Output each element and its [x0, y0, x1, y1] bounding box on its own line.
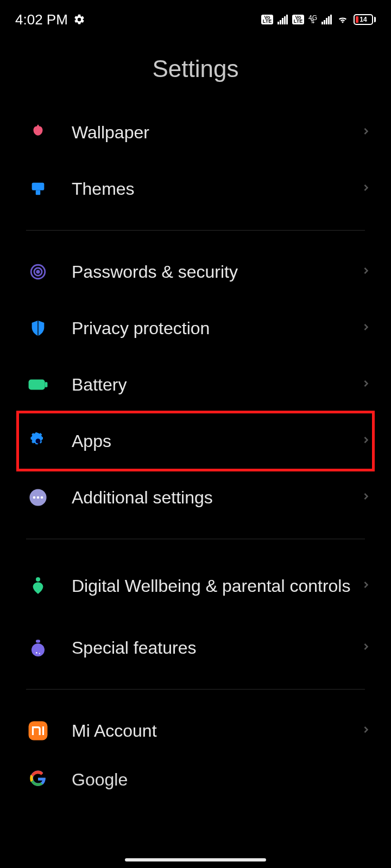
- more-icon: [26, 486, 50, 509]
- chevron-right-icon: [361, 126, 371, 139]
- chevron-right-icon: [361, 322, 371, 335]
- status-bar: 4:02 PM VoLTE VoLTE 4G ⇅ 14: [0, 0, 391, 39]
- svg-rect-13: [36, 640, 40, 642]
- wellbeing-icon: [26, 574, 50, 598]
- chevron-right-icon: [361, 435, 371, 448]
- svg-rect-6: [45, 382, 48, 387]
- row-label: Digital Wellbeing & parental controls: [72, 575, 361, 597]
- page-header: Settings: [0, 39, 391, 104]
- row-label: Passwords & security: [72, 261, 361, 283]
- row-wallpaper[interactable]: Wallpaper: [0, 104, 391, 161]
- mi-logo-icon: [26, 719, 50, 743]
- wallpaper-icon: [26, 120, 50, 144]
- wifi-icon: [336, 14, 349, 25]
- row-battery[interactable]: Battery: [0, 356, 391, 413]
- settings-list: Wallpaper Themes Passwords & security Pr…: [0, 104, 391, 792]
- svg-point-7: [36, 439, 41, 444]
- row-google[interactable]: Google: [0, 759, 391, 792]
- signal-sim2-icon: [321, 15, 332, 24]
- home-indicator[interactable]: [125, 858, 266, 861]
- chevron-right-icon: [361, 641, 371, 654]
- volte-sim1-icon: VoLTE: [261, 15, 273, 24]
- row-digital-wellbeing[interactable]: Digital Wellbeing & parental controls: [0, 552, 391, 620]
- svg-point-12: [36, 577, 40, 582]
- svg-point-4: [37, 271, 39, 273]
- row-label: Themes: [72, 178, 361, 200]
- battery-icon: 14: [354, 14, 376, 25]
- row-passwords-security[interactable]: Passwords & security: [0, 244, 391, 300]
- svg-point-16: [39, 653, 40, 654]
- row-privacy-protection[interactable]: Privacy protection: [0, 300, 391, 356]
- volte-sim2-icon: VoLTE: [292, 15, 304, 24]
- fingerprint-icon: [26, 260, 50, 284]
- divider: [26, 689, 365, 690]
- row-apps[interactable]: Apps: [0, 413, 391, 469]
- row-label: Additional settings: [72, 487, 361, 508]
- svg-rect-17: [29, 722, 48, 741]
- row-label: Battery: [72, 374, 361, 395]
- row-label: Apps: [72, 430, 361, 452]
- page-title: Settings: [0, 55, 391, 82]
- row-label: Mi Account: [72, 720, 361, 742]
- svg-point-10: [37, 496, 40, 499]
- chevron-right-icon: [361, 182, 371, 195]
- signal-sim1-icon: [278, 15, 288, 24]
- chevron-right-icon: [361, 378, 371, 391]
- row-label: Privacy protection: [72, 317, 361, 339]
- svg-point-15: [36, 652, 37, 654]
- divider: [26, 539, 365, 539]
- svg-point-11: [41, 496, 43, 499]
- svg-point-14: [31, 643, 45, 656]
- svg-point-9: [33, 496, 36, 499]
- chevron-right-icon: [361, 579, 371, 592]
- row-themes[interactable]: Themes: [0, 161, 391, 217]
- row-label: Special features: [72, 637, 361, 659]
- row-special-features[interactable]: Special features: [0, 620, 391, 676]
- themes-icon: [26, 177, 50, 201]
- svg-rect-0: [32, 183, 45, 190]
- row-additional-settings[interactable]: Additional settings: [0, 469, 391, 526]
- battery-icon: [26, 373, 50, 397]
- status-time: 4:02 PM: [15, 11, 68, 28]
- chevron-right-icon: [361, 491, 371, 504]
- chevron-right-icon: [361, 265, 371, 278]
- settings-sync-icon: [73, 14, 85, 25]
- row-label: Wallpaper: [72, 122, 361, 143]
- svg-rect-5: [29, 380, 45, 390]
- row-label: Google: [72, 769, 378, 790]
- row-mi-account[interactable]: Mi Account: [0, 703, 391, 759]
- network-type-icon: 4G ⇅: [308, 15, 317, 24]
- svg-rect-1: [36, 190, 41, 195]
- divider: [26, 230, 365, 231]
- chevron-right-icon: [361, 724, 371, 737]
- flask-icon: [26, 636, 50, 660]
- google-logo-icon: [26, 769, 50, 792]
- shield-icon: [26, 316, 50, 340]
- apps-gear-icon: [26, 429, 50, 453]
